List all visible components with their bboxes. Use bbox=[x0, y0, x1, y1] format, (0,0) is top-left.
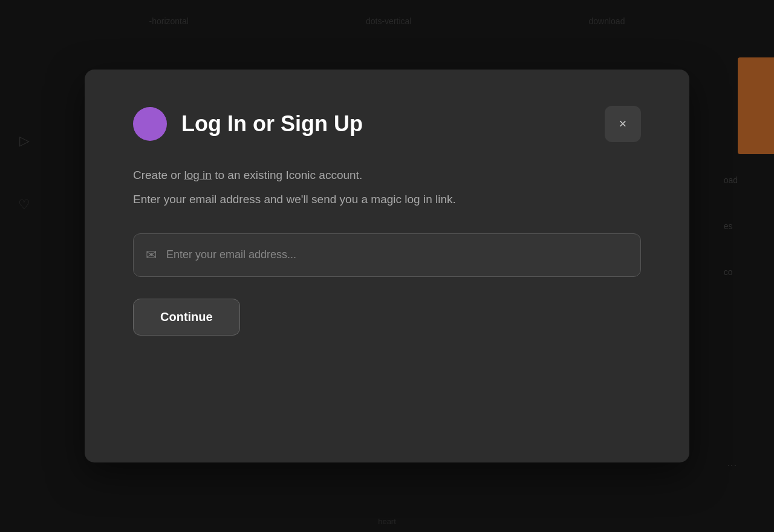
close-button[interactable]: × bbox=[605, 106, 641, 142]
close-icon: × bbox=[619, 116, 627, 132]
desc-paragraph-1: Create or log in to an existing Iconic a… bbox=[133, 166, 641, 184]
desc-paragraph-2: Enter your email address and we'll send … bbox=[133, 190, 641, 209]
modal-overlay: Log In or Sign Up × Create or log in to … bbox=[0, 0, 774, 532]
continue-button[interactable]: Continue bbox=[133, 299, 240, 336]
desc-text-before-link: Create or bbox=[133, 169, 184, 181]
modal-description: Create or log in to an existing Iconic a… bbox=[133, 166, 641, 209]
log-in-link[interactable]: log in bbox=[184, 169, 211, 181]
email-input-wrapper: ✉ bbox=[133, 233, 641, 277]
modal-header-left: Log In or Sign Up bbox=[133, 107, 363, 141]
email-icon: ✉ bbox=[146, 247, 157, 263]
email-input[interactable] bbox=[166, 248, 628, 261]
purple-avatar bbox=[133, 107, 167, 141]
login-modal: Log In or Sign Up × Create or log in to … bbox=[85, 70, 689, 462]
desc-text-after-link: to an existing Iconic account. bbox=[212, 169, 362, 181]
modal-header: Log In or Sign Up × bbox=[133, 106, 641, 142]
modal-title: Log In or Sign Up bbox=[181, 111, 363, 137]
